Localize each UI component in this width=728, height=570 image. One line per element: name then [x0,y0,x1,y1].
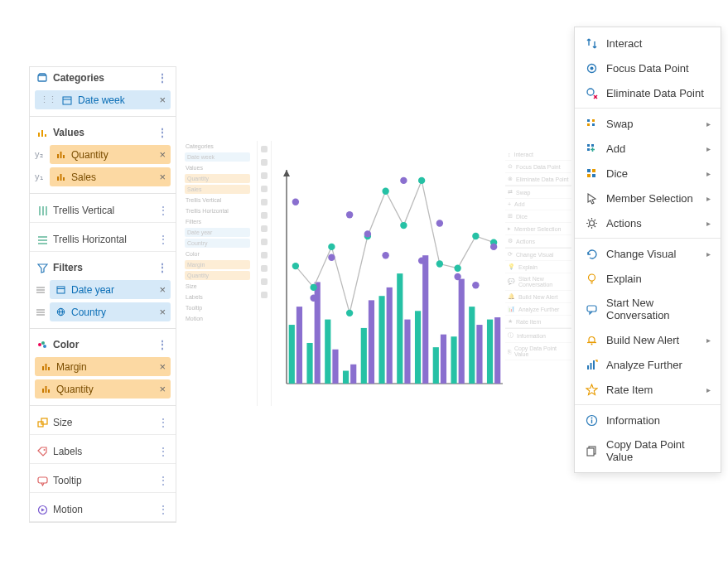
ctx-swap[interactable]: Swap ▸ [575,111,721,136]
menu-icon[interactable]: ⋮ [157,448,169,455]
remove-icon[interactable]: × [159,283,166,296]
ctx-build-alert[interactable]: Build New Alert ▸ [575,327,721,352]
ctx-label: Start New Conversation [606,297,711,321]
section-labels[interactable]: Labels ⋮ [30,440,176,464]
ctx-label: Build New Alert [606,334,679,346]
ctx-interact[interactable]: Interact [575,31,721,56]
y2-prefix: y₂ [35,149,46,160]
ctx-eliminate[interactable]: Eliminate Data Point [575,80,721,105]
svg-rect-8 [63,155,65,158]
ctx-dice[interactable]: Dice ▸ [575,161,721,186]
chat-icon [585,302,598,316]
ctx-rate-item[interactable]: Rate Item ▸ [575,377,721,402]
categories-icon [36,72,48,84]
swap-icon [585,117,598,130]
svg-point-83 [328,254,335,261]
ctx-label: Add [606,142,625,155]
svg-point-72 [346,310,353,316]
ctx-copy-data-point[interactable]: Copy Data Point Value [575,432,721,469]
svg-rect-36 [45,386,46,393]
svg-point-70 [310,284,316,291]
pill-country[interactable]: Country × [50,302,171,321]
ctx-explain[interactable]: Explain [575,266,721,291]
pill-margin[interactable]: Margin × [35,357,171,376]
ctx-analyze-further[interactable]: Analyze Further [575,352,721,377]
tooltip-title: Tooltip [53,475,82,486]
pill-date-week[interactable]: ⋮⋮ Date week × [35,90,171,109]
menu-icon[interactable]: ⋮ [157,236,169,243]
pill-quantity-color[interactable]: Quantity × [35,379,171,399]
ctx-actions[interactable]: Actions ▸ [575,210,721,235]
remove-icon[interactable]: × [159,94,166,106]
svg-rect-9 [57,176,59,181]
values-menu-icon[interactable]: ⋮ [157,129,169,136]
svg-rect-41 [38,477,47,483]
submenu-arrow-icon: ▸ [706,169,711,178]
svg-rect-108 [592,174,595,177]
bars-icon [36,127,48,138]
context-menu: Interact Focus Data Point Eliminate Data… [574,27,721,473]
bars-icon [40,361,51,373]
ctx-focus[interactable]: Focus Data Point [575,56,721,80]
ctx-label: Actions [606,217,642,229]
menu-icon[interactable]: ⋮ [157,506,169,513]
remove-icon[interactable]: × [159,171,166,183]
menu-icon[interactable]: ⋮ [157,264,169,271]
menu-icon[interactable]: ⋮ [157,207,169,214]
svg-rect-67 [487,320,493,384]
menu-icon[interactable]: ⋮ [157,419,169,426]
svg-rect-7 [60,152,61,158]
interact-icon [585,36,598,50]
combo-chart[interactable] [272,160,508,392]
ctx-label: Copy Data Point Value [606,438,711,463]
svg-rect-4 [41,130,43,137]
remove-icon[interactable]: × [159,306,166,318]
separator [575,108,721,109]
filters-title: Filters [53,262,83,273]
ctx-label: Dice [606,167,628,180]
remove-icon[interactable]: × [159,148,166,161]
pill-label: Date year [71,284,114,296]
svg-point-75 [400,222,407,229]
pill-date-year[interactable]: Date year × [50,280,171,299]
svg-point-29 [38,343,41,346]
svg-rect-65 [469,307,475,384]
ctx-add[interactable]: Add ▸ [575,136,721,161]
submenu-arrow-icon: ▸ [706,119,711,128]
values-title: Values [53,127,84,138]
menu-icon[interactable]: ⋮ [157,341,169,348]
svg-rect-102 [587,144,590,147]
section-trellis-horizontal[interactable]: Trellis Horizontal ⋮ [30,228,176,252]
ctx-member[interactable]: Member Selection ▸ [575,186,721,210]
ctx-start-conversation[interactable]: Start New Conversation [575,291,721,327]
palette-icon [36,339,48,350]
globe-icon [55,307,66,318]
svg-rect-1 [63,97,71,104]
tag-icon [36,446,48,457]
svg-point-87 [400,177,407,184]
svg-rect-50 [332,350,338,384]
calendar-icon [61,94,73,106]
ctx-change-visual[interactable]: Change Visual ▸ [575,241,721,266]
ctx-label: Member Selection [606,192,693,205]
menu-icon[interactable]: ⋮ [157,477,169,484]
section-trellis-vertical[interactable]: Trellis Vertical ⋮ [30,199,176,223]
ctx-information[interactable]: Information [575,408,721,432]
color-header[interactable]: Color ⋮ [30,334,176,355]
remove-icon[interactable]: × [159,360,166,373]
section-motion[interactable]: Motion ⋮ [30,498,176,522]
pill-label: Date week [78,94,125,106]
categories-header[interactable]: Categories ⋮ [30,67,176,89]
pill-quantity[interactable]: Quantity × [50,145,171,164]
list-icon [35,307,46,318]
copy-icon [585,444,598,457]
svg-point-95 [587,89,594,95]
filters-header[interactable]: Filters ⋮ [30,257,176,278]
section-size[interactable]: Size ⋮ [30,411,176,435]
section-tooltip[interactable]: Tooltip ⋮ [30,469,176,493]
categories-menu-icon[interactable]: ⋮ [157,75,169,81]
svg-rect-131 [587,448,594,456]
pill-sales[interactable]: Sales × [50,167,171,186]
remove-icon[interactable]: × [159,383,166,395]
values-header[interactable]: Values ⋮ [30,122,176,143]
